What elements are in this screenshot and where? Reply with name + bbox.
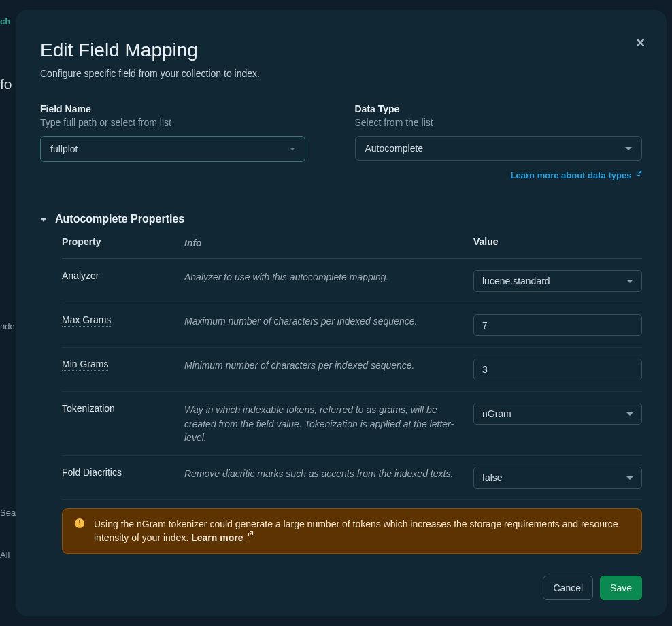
table-row: Max Grams Maximum number of characters p… bbox=[62, 303, 642, 348]
field-name-label: Field Name bbox=[40, 103, 328, 114]
data-type-hint: Select from the list bbox=[355, 117, 643, 128]
fold-diacritics-value: false bbox=[482, 472, 503, 483]
warning-text-wrap: Using the nGram tokenizer could generate… bbox=[94, 517, 629, 545]
data-type-select[interactable]: Autocomplete bbox=[355, 136, 643, 161]
properties-table: Property Info Value Analyzer Analyzer to… bbox=[62, 236, 642, 554]
field-config-row: Field Name Type full path or select from… bbox=[40, 103, 642, 180]
prop-label-analyzer: Analyzer bbox=[62, 270, 184, 281]
col-header-property: Property bbox=[62, 236, 184, 250]
bg-text: All bbox=[0, 550, 10, 560]
edit-field-mapping-modal: × Edit Field Mapping Configure specific … bbox=[16, 10, 667, 616]
field-name-value: fullplot bbox=[50, 144, 78, 154]
prop-info: Maximum number of characters per indexed… bbox=[184, 314, 473, 328]
tokenization-select[interactable]: nGram bbox=[473, 403, 642, 425]
field-name-hint: Type full path or select from list bbox=[40, 117, 328, 128]
modal-title: Edit Field Mapping bbox=[40, 39, 642, 61]
bg-text: nde bbox=[0, 321, 15, 331]
data-type-label: Data Type bbox=[355, 103, 643, 114]
warning-icon: ! bbox=[75, 518, 84, 528]
analyzer-value: lucene.standard bbox=[482, 276, 550, 286]
cancel-button[interactable]: Cancel bbox=[543, 576, 593, 600]
data-type-col: Data Type Select from the list Autocompl… bbox=[355, 103, 643, 180]
prop-info: Remove diacritic marks such as accents f… bbox=[184, 467, 473, 480]
chevron-down-icon bbox=[626, 476, 633, 480]
chevron-down-icon bbox=[625, 147, 632, 150]
external-link-icon bbox=[248, 531, 254, 537]
col-header-value: Value bbox=[473, 236, 642, 250]
ngram-warning: ! Using the nGram tokenizer could genera… bbox=[62, 508, 642, 554]
table-row: Analyzer Analyzer to use with this autoc… bbox=[62, 259, 642, 303]
bg-text: ch bbox=[0, 16, 10, 27]
max-grams-input[interactable] bbox=[473, 314, 642, 336]
warning-link-text: Learn more bbox=[191, 532, 243, 543]
data-type-value: Autocomplete bbox=[365, 143, 424, 154]
prop-info: Analyzer to use with this autocomplete m… bbox=[184, 270, 473, 284]
save-button[interactable]: Save bbox=[600, 576, 642, 600]
prop-info: Way in which indexable tokens, referred … bbox=[184, 403, 473, 444]
chevron-down-icon bbox=[626, 280, 633, 283]
external-link-icon bbox=[636, 170, 642, 176]
learn-more-data-types-link[interactable]: Learn more about data types bbox=[355, 170, 643, 180]
min-grams-input[interactable] bbox=[473, 359, 642, 380]
chevron-down-icon bbox=[40, 218, 47, 222]
chevron-down-icon bbox=[626, 412, 633, 416]
learn-more-text: Learn more about data types bbox=[511, 170, 632, 180]
table-row: Fold Diacritics Remove diacritic marks s… bbox=[62, 456, 642, 500]
fold-diacritics-select[interactable]: false bbox=[473, 467, 642, 489]
modal-subtitle: Configure specific field from your colle… bbox=[40, 68, 642, 79]
warning-learn-more-link[interactable]: Learn more bbox=[191, 532, 254, 543]
prop-info: Minimum number of characters per indexed… bbox=[184, 359, 473, 372]
field-name-input[interactable]: fullplot bbox=[40, 136, 305, 162]
table-row: Min Grams Minimum number of characters p… bbox=[62, 348, 642, 392]
section-title: Autocomplete Properties bbox=[55, 213, 184, 225]
prop-label-fold-diacritics: Fold Diacritics bbox=[62, 467, 184, 478]
prop-label-max-grams[interactable]: Max Grams bbox=[62, 314, 111, 327]
chevron-down-icon bbox=[290, 148, 295, 150]
prop-label-tokenization: Tokenization bbox=[62, 403, 184, 414]
col-header-info: Info bbox=[184, 236, 473, 250]
autocomplete-properties-toggle[interactable]: Autocomplete Properties bbox=[40, 213, 642, 225]
analyzer-select[interactable]: lucene.standard bbox=[473, 270, 642, 292]
tokenization-value: nGram bbox=[482, 408, 511, 419]
modal-footer: Cancel Save bbox=[40, 562, 642, 600]
field-name-col: Field Name Type full path or select from… bbox=[40, 103, 328, 180]
close-icon[interactable]: × bbox=[636, 35, 645, 50]
prop-label-min-grams[interactable]: Min Grams bbox=[62, 359, 108, 371]
bg-text: fo bbox=[0, 76, 12, 93]
table-header: Property Info Value bbox=[62, 236, 642, 259]
warning-text: Using the nGram tokenizer could generate… bbox=[94, 518, 618, 543]
table-row: Tokenization Way in which indexable toke… bbox=[62, 392, 642, 456]
